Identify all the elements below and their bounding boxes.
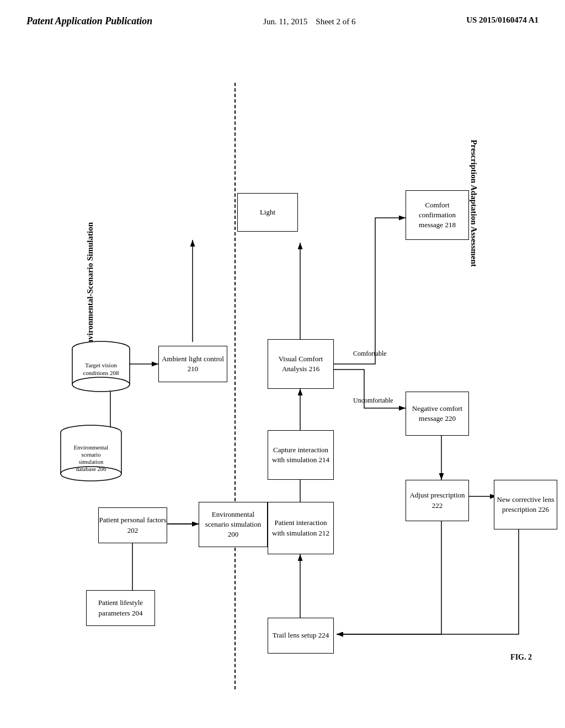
svg-text:database 206: database 206 (76, 466, 106, 472)
comfort-confirmation-box: Comfort confirmation message 218 (406, 190, 469, 240)
env-simulation-box: Environmental scenario simulation 200 (199, 502, 268, 547)
patient-personal-box: Patient personal factors 202 (98, 507, 167, 543)
publication-date: Jun. 11, 2015 Sheet 2 of 6 (263, 15, 355, 28)
svg-point-17 (72, 377, 130, 392)
page-header: Patent Application Publication Jun. 11, … (0, 0, 565, 28)
adjust-prescription-box: Adjust prescription 222 (406, 480, 469, 521)
dashed-separator (234, 83, 236, 689)
svg-text:Target vision: Target vision (85, 362, 117, 368)
paa-label: Prescription Adaptation Assessment (469, 140, 478, 267)
publication-number: US 2015/0160474 A1 (466, 15, 539, 25)
light-box: Light (237, 193, 298, 232)
publication-title: Patent Application Publication (26, 15, 152, 27)
figure-label: FIG. 2 (510, 653, 532, 662)
svg-text:simulation: simulation (79, 459, 104, 465)
target-vision-cylinder: Target vision conditions 208 (71, 341, 131, 389)
patient-interaction-box: Patient interaction with simulation 212 (268, 502, 334, 554)
svg-text:Comfortable: Comfortable (353, 350, 387, 357)
env-scenario-db-cylinder: Environmental scenario simulation databa… (60, 425, 123, 483)
trail-lens-box: Trail lens setup 224 (268, 618, 334, 654)
svg-text:conditions 208: conditions 208 (83, 370, 119, 376)
svg-text:Environmental: Environmental (74, 445, 108, 451)
env-scenario-label: Environmental-Scenario Simulation (86, 222, 95, 350)
negative-comfort-box: Negative comfort message 220 (406, 392, 469, 436)
patient-lifestyle-box: Patient lifestyle parameters 204 (86, 590, 155, 626)
visual-comfort-box: Visual Comfort Analysis 216 (268, 339, 334, 389)
figure-diagram: Environmental-Scenario Simulation Prescr… (22, 72, 543, 706)
capture-interaction-box: Capture interaction with simulation 214 (268, 430, 334, 480)
ambient-light-box: Ambient light control 210 (158, 346, 227, 382)
svg-text:scenario: scenario (82, 452, 101, 458)
new-corrective-box: New corrective lens prescription 226 (494, 480, 557, 529)
svg-text:Uncomfortable: Uncomfortable (353, 397, 393, 404)
